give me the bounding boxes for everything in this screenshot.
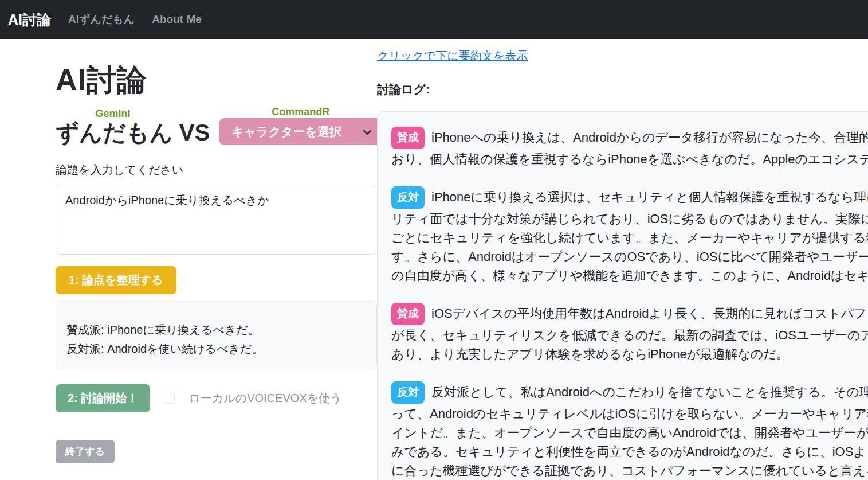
log-message-line: イントだ。また、オープンソースで自由度の高いAndroidでは、開発者やユーザー… xyxy=(391,423,868,442)
control-panel: AI討論 Gemini ずんだもん VS CommandR キャラクターを選択 … xyxy=(0,39,377,480)
log-message-line: の自由度が高く、様々なアプリや機能を追加できます。このように、Androidはセ… xyxy=(391,266,868,285)
log-message-text: おり、個人情報の保護を重視するならiPhoneを選ぶべきなのだ。Appleのエコ… xyxy=(391,152,868,166)
log-message-line: リティ面では十分な対策が講じられており、iOSに劣るものではありません。実際に、 xyxy=(391,209,868,228)
log-message-line: 反対iPhoneに乗り換える選択は、セキュリティと個人情報保護を重視するなら理に… xyxy=(391,187,868,209)
log-message: 賛成iPhoneへの乗り換えは、Androidからのデータ移行が容易になった今、… xyxy=(391,127,868,169)
log-message-text: の自由度が高く、様々なアプリや機能を追加できます。このように、Androidはセ… xyxy=(391,268,868,283)
versus-row: Gemini ずんだもん VS CommandR キャラクターを選択 xyxy=(56,106,376,145)
pro-side-badge: 賛成 xyxy=(391,127,425,149)
log-message-text: が長く、セキュリティリスクを低減できるのだ。最新の調査では、iOSユーザーのアプ xyxy=(391,328,868,342)
debate-points-box: 賛成派: iPhoneに乗り換えるべきだ。 反対派: Androidを使い続ける… xyxy=(56,301,377,369)
topic-input[interactable] xyxy=(56,185,376,255)
log-message-line: って、AndroidのセキュリティレベルはiOSに引けを取らない。メーカーやキャ… xyxy=(391,404,868,423)
summary-toggle-link-right[interactable]: クリックで下に要約文を表示 xyxy=(377,48,528,64)
log-message-text: リティ面では十分な対策が講じられており、iOSに劣るものではありません。実際に、 xyxy=(391,212,868,226)
con-side-badge: 反対 xyxy=(391,381,425,404)
log-message-line: に合った機種選びができる証拠であり、コストパフォーマンスに優れていると言えるだ xyxy=(391,461,868,480)
log-message-text: イントだ。また、オープンソースで自由度の高いAndroidでは、開発者やユーザー… xyxy=(391,426,868,440)
log-message-text: に合った機種選びができる証拠であり、コストパフォーマンスに優れていると言えるだ xyxy=(391,463,868,478)
navbar-brand[interactable]: AI討論 xyxy=(8,10,51,29)
log-message-text: す。さらに、AndroidはオープンソースのOSであり、iOSに比べて開発者やユ… xyxy=(391,249,868,264)
log-message-line: あり、より充実したアプリ体験を求めるならiPhoneが最適解なのだ。 xyxy=(391,345,868,364)
log-message-text: 反対派として、私はAndroidへのこだわりを捨てないことを推奨する。その理由 xyxy=(431,385,868,399)
con-side-badge: 反対 xyxy=(391,186,425,209)
voicevox-checkbox-label: ローカルのVOICEVOXを使う xyxy=(188,391,341,406)
page-title: AI討論 xyxy=(56,60,376,100)
log-message-line: す。さらに、AndroidはオープンソースのOSであり、iOSに比べて開発者やユ… xyxy=(391,247,868,266)
debate-log-panel: クリックで下に要約文を表示 討論ログ: 賛成iPhoneへの乗り換えは、Andr… xyxy=(377,39,868,480)
log-message-line: おり、個人情報の保護を重視するならiPhoneを選ぶべきなのだ。Appleのエコ… xyxy=(391,150,868,169)
log-message-line: 賛成iPhoneへの乗り換えは、Androidからのデータ移行が容易になった今、… xyxy=(391,127,868,150)
character-select-label: キャラクターを選択 xyxy=(231,124,341,140)
log-message: 反対iPhoneに乗り換える選択は、セキュリティと個人情報保護を重視するなら理に… xyxy=(391,187,868,285)
left-character: Gemini ずんだもん VS xyxy=(56,108,210,145)
log-message-text: って、AndroidのセキュリティレベルはiOSに引けを取らない。メーカーやキャ… xyxy=(391,407,868,421)
left-model-label: Gemini xyxy=(56,108,170,120)
navbar-link-about[interactable]: About Me xyxy=(152,13,202,26)
main-content: AI討論 Gemini ずんだもん VS CommandR キャラクターを選択 … xyxy=(0,39,868,480)
log-message-text: ごとにセキュリティを強化し続けています。また、メーカーやキャリアが提供する独自 xyxy=(391,231,868,245)
log-message-text: あり、より充実したアプリ体験を求めるならiPhoneが最適解なのだ。 xyxy=(391,347,789,361)
character-select-dropdown[interactable]: キャラクターを選択 xyxy=(219,118,382,145)
debate-log-messages[interactable]: 賛成iPhoneへの乗り換えは、Androidからのデータ移行が容易になった今、… xyxy=(377,111,868,480)
right-character: CommandR キャラクターを選択 xyxy=(219,106,382,145)
pro-side-badge: 賛成 xyxy=(391,303,425,325)
log-message-line: 賛成iOSデバイスの平均使用年数はAndroidより長く、長期的に見ればコストパ… xyxy=(391,303,868,326)
navbar-link-zundamon[interactable]: AIずんだもん xyxy=(68,12,135,27)
log-message: 反対反対派として、私はAndroidへのこだわりを捨てないことを推奨する。その理… xyxy=(391,382,868,480)
topic-input-label: 論題を入力してください xyxy=(56,162,376,178)
organize-points-button[interactable]: 1: 論点を整理する xyxy=(56,266,176,294)
start-debate-row: 2: 討論開始！ ローカルのVOICEVOXを使う xyxy=(56,384,376,412)
chevron-down-icon xyxy=(363,126,372,135)
log-message-text: iPhoneに乗り換える選択は、セキュリティと個人情報保護を重視するなら理にか xyxy=(431,190,868,204)
pro-point-text: 賛成派: iPhoneに乗り換えるべきだ。 xyxy=(66,321,366,339)
left-character-name: ずんだもん VS xyxy=(56,120,210,145)
log-message-text: iOSデバイスの平均使用年数はAndroidより長く、長期的に見ればコストパフォ… xyxy=(431,306,868,321)
log-message-text: iPhoneへの乗り換えは、Androidからのデータ移行が容易になった今、合理… xyxy=(431,130,868,145)
voicevox-checkbox[interactable] xyxy=(164,393,175,404)
log-message-text: みである。セキュリティと利便性を両立できるのがAndroidなのだ。さらに、iO… xyxy=(391,444,868,459)
navbar: AI討論 AIずんだもん About Me xyxy=(0,0,868,39)
log-message: 賛成iOSデバイスの平均使用年数はAndroidより長く、長期的に見ればコストパ… xyxy=(391,303,868,364)
log-message-line: みである。セキュリティと利便性を両立できるのがAndroidなのだ。さらに、iO… xyxy=(391,442,868,461)
log-message-line: 反対反対派として、私はAndroidへのこだわりを捨てないことを推奨する。その理… xyxy=(391,382,868,404)
log-message-line: が長く、セキュリティリスクを低減できるのだ。最新の調査では、iOSユーザーのアプ xyxy=(391,326,868,345)
right-model-label: CommandR xyxy=(219,106,382,118)
log-message-line: ごとにセキュリティを強化し続けています。また、メーカーやキャリアが提供する独自 xyxy=(391,228,868,247)
debate-log-label: 討論ログ: xyxy=(377,81,868,97)
end-button[interactable]: 終了する xyxy=(56,440,115,463)
start-debate-button[interactable]: 2: 討論開始！ xyxy=(56,384,150,412)
con-point-text: 反対派: Androidを使い続けるべきだ。 xyxy=(66,339,366,358)
